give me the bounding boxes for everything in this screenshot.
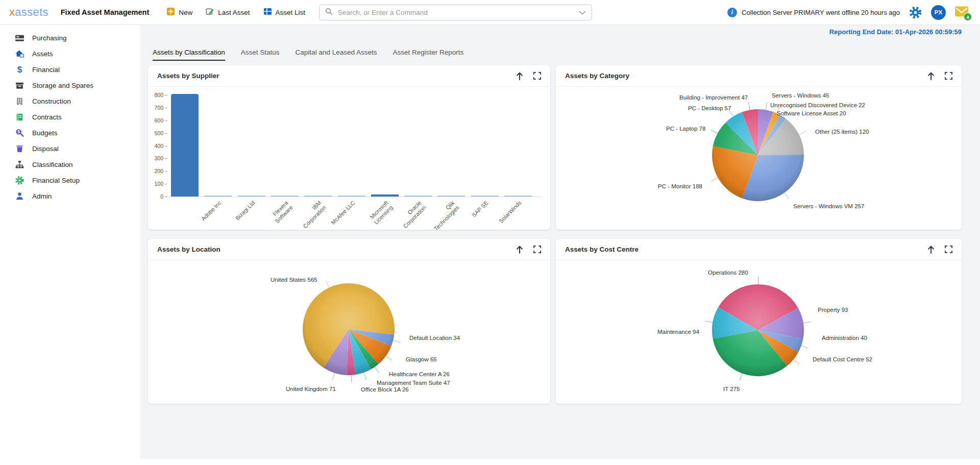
bar-microsoft-licensing: [371, 194, 399, 197]
sidebar-item-label: Purchasing: [32, 34, 67, 42]
pie-label-maintenance: Maintenance 94: [657, 329, 699, 335]
pie-label-pc-desktop: PC - Desktop 57: [688, 105, 731, 111]
bar-oracle-corporation: [404, 195, 432, 197]
sidebar-item-classification[interactable]: Classification: [0, 157, 140, 173]
pie-leader-line: [393, 340, 401, 342]
tab-capital-and-leased-assets[interactable]: Capital and Leased Assets: [296, 48, 377, 61]
sidebar-item-label: Construction: [32, 97, 71, 105]
bar-flexera-software: [271, 195, 299, 197]
pie-leader-line: [711, 130, 718, 133]
chevron-down-icon[interactable]: [579, 9, 586, 16]
card-assets-by-cost-centre: Assets by Cost Centre Operations 280Prop…: [556, 239, 962, 404]
y-tick-mark: [165, 146, 167, 146]
expand-icon[interactable]: [945, 246, 952, 253]
asset-list-button-label: Asset List: [276, 9, 306, 16]
search-icon: [325, 8, 333, 17]
dashboard-grid: Assets by Supplier 010020030040050060070…: [148, 65, 962, 404]
pie-label-other-25-items: Other (25 items) 120: [815, 129, 869, 135]
pie-label-glasgow: Glasgow 65: [406, 356, 437, 362]
y-tick-label: 300: [148, 155, 163, 161]
pie-leader-line: [801, 346, 808, 348]
xassets-logo[interactable]: xassets: [9, 6, 48, 19]
expand-icon[interactable]: [533, 72, 541, 80]
pie-leader-line: [332, 373, 335, 380]
card-title: Assets by Location: [157, 246, 220, 253]
sidebar-item-financial-setup[interactable]: Financial Setup: [0, 173, 140, 188]
search-input[interactable]: [337, 8, 575, 17]
y-tick-label: 0: [148, 193, 163, 200]
y-tick-mark: [165, 108, 167, 108]
x-axis-label-adobe-inc: Adobe Inc: [160, 200, 223, 230]
pie-shading: [712, 109, 804, 201]
house-icon: [15, 49, 24, 59]
sidebar-item-label: Financial Setup: [32, 177, 80, 184]
sidebar-item-construction[interactable]: Construction: [0, 93, 140, 109]
edit-icon: [206, 7, 214, 17]
sidebar-item-label: Admin: [32, 192, 52, 200]
card-assets-by-category: Assets by Category Servers - Windows 45U…: [556, 65, 962, 230]
app-title: Fixed Asset Management: [61, 8, 150, 16]
pie-label-healthcare-center-a: Healthcare Center A 26: [389, 371, 450, 377]
last-asset-button[interactable]: Last Asset: [206, 7, 250, 17]
logo-rest: assets: [15, 6, 48, 18]
y-tick-mark: [165, 95, 167, 95]
expand-icon[interactable]: [533, 246, 541, 253]
messages-button[interactable]: 4: [954, 6, 969, 18]
sidebar-item-label: Assets: [32, 50, 53, 58]
bar-mcafee-llc: [338, 195, 365, 197]
y-tick-mark: [165, 184, 167, 184]
pie-label-operations: Operations 280: [708, 270, 748, 276]
sidebar-item-contracts[interactable]: Contracts: [0, 109, 140, 125]
sidebar-item-admin[interactable]: Admin: [0, 188, 140, 204]
export-icon[interactable]: [927, 245, 935, 254]
sidebar-item-financial[interactable]: $Financial: [0, 62, 140, 78]
sidebar-item-label: Budgets: [32, 129, 58, 137]
svg-text:$: $: [17, 65, 22, 75]
export-icon[interactable]: [927, 71, 935, 81]
card-header: Assets by Category: [556, 65, 962, 87]
user-avatar[interactable]: PX: [931, 5, 946, 20]
tab-asset-register-reports[interactable]: Asset Register Reports: [393, 48, 463, 61]
pie-leader-line: [386, 356, 392, 360]
new-button[interactable]: New: [166, 7, 192, 17]
location-pie-chart: United States 565Default Location 34Glas…: [148, 260, 550, 404]
bar-ibm-corporation: [304, 195, 332, 197]
sidebar-item-disposal[interactable]: Disposal: [0, 141, 140, 157]
pie-shading: [303, 283, 395, 375]
assets-by-location-pie: [148, 260, 550, 404]
x-axis-line: [168, 197, 542, 197]
tab-assets-by-classification[interactable]: Assets by Classification: [153, 48, 225, 61]
supplier-bar-chart: 0100200300400500600700800Adobe IncBizagi…: [148, 87, 550, 230]
expand-icon[interactable]: [945, 72, 952, 80]
sidebar-item-label: Disposal: [32, 145, 59, 153]
pie-label-default-cost-centre: Default Cost Centre 52: [813, 356, 872, 362]
pie-leader-line: [351, 375, 352, 383]
asset-list-button[interactable]: Asset List: [263, 7, 306, 17]
export-icon[interactable]: [516, 245, 524, 254]
pie-leader-line: [749, 103, 750, 110]
bar-sap-se: [471, 195, 499, 197]
y-tick-mark: [165, 120, 167, 121]
classification-tree-icon: [15, 160, 24, 169]
bar-qlik-technologies: [437, 195, 465, 197]
reporting-end-date: Reporting End Date: 01-Apr-2026 00:59:59: [829, 28, 962, 36]
bottom-strip: [0, 459, 980, 465]
assets-by-cost-centre-pie: [556, 260, 962, 404]
pie-label-software-license-asset: Software License Asset 20: [777, 110, 846, 116]
topbar-right: i Collection Server PRIMARY went offline…: [727, 5, 972, 20]
pie-leader-line: [363, 373, 366, 380]
bar-unlabeled: [171, 94, 199, 197]
cost-centre-pie-chart: Operations 280Property 93Administration …: [556, 260, 962, 404]
pie-label-servers-windows-vm: Servers - Windows VM 257: [793, 203, 864, 209]
bar-adobe-inc: [204, 195, 232, 197]
sidebar-item-purchasing[interactable]: Purchasing: [0, 30, 140, 46]
settings-gear-icon[interactable]: [909, 6, 922, 19]
pie-label-unrecognised-discovered-device: Unrecognised Discovered Device 22: [770, 102, 865, 108]
pie-label-it: IT 275: [723, 386, 740, 392]
card-assets-by-supplier: Assets by Supplier 010020030040050060070…: [148, 65, 550, 230]
sidebar-item-storage-and-spares[interactable]: Storage and Spares: [0, 78, 140, 93]
tab-asset-status[interactable]: Asset Status: [241, 48, 280, 61]
sidebar-item-assets[interactable]: Assets: [0, 46, 140, 62]
sidebar-item-budgets[interactable]: $Budgets: [0, 125, 140, 141]
export-icon[interactable]: [516, 71, 524, 81]
